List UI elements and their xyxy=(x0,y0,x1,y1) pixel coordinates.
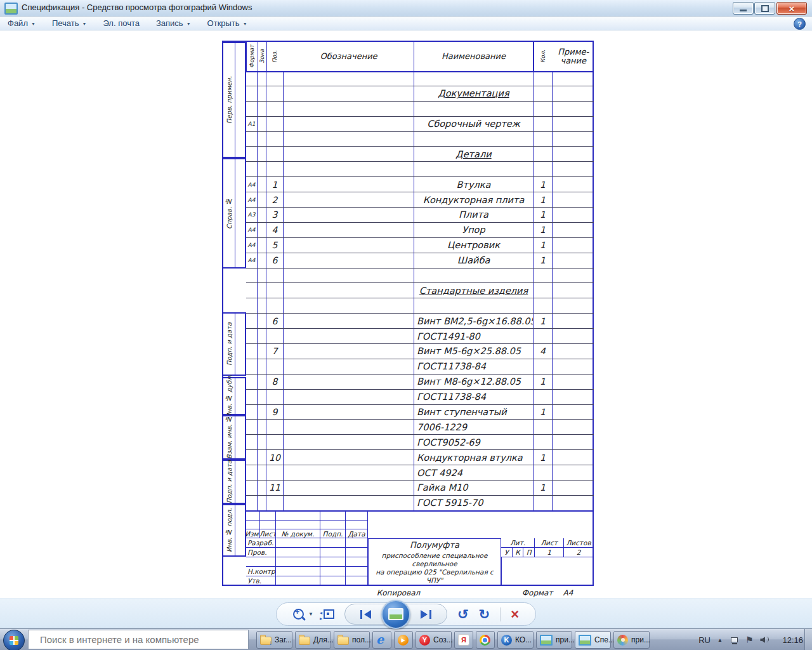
table-row: ОСТ 4924 xyxy=(246,465,594,481)
cell-pos: 5 xyxy=(266,238,284,253)
previous-button[interactable] xyxy=(351,610,380,619)
photo-viewer-icon xyxy=(579,635,591,646)
cell-note xyxy=(553,208,594,222)
cell-qty xyxy=(534,147,553,161)
cell-zone xyxy=(258,238,266,253)
cell-qty xyxy=(534,86,553,101)
title-block-cell xyxy=(246,557,276,567)
start-button[interactable] xyxy=(3,630,25,650)
cell-designation xyxy=(284,177,414,192)
cell-note xyxy=(553,435,594,449)
cell-pos xyxy=(266,496,284,510)
taskbar-button-при[interactable]: при... xyxy=(613,631,650,649)
cell-note xyxy=(553,420,594,434)
show-desktop-button[interactable] xyxy=(804,629,812,650)
next-button[interactable] xyxy=(412,610,440,619)
cell-name: Кондукторная втулка xyxy=(414,450,534,465)
cell-name xyxy=(414,162,534,176)
menu-item-2[interactable]: Эл. почта xyxy=(103,18,140,28)
slideshow-button[interactable] xyxy=(381,600,410,629)
cell-designation xyxy=(284,269,414,283)
cell-name xyxy=(414,298,534,313)
taskbar-button-internet-explorer[interactable] xyxy=(372,631,391,649)
lit-cell: У xyxy=(501,548,513,557)
cell-pos xyxy=(266,117,284,131)
lit-cell: П xyxy=(523,548,535,557)
taskbar-button-пол[interactable]: пол... xyxy=(334,631,370,649)
table-row xyxy=(246,162,594,177)
taskbar: Поиск в интернете и на компьютере Заг...… xyxy=(0,628,812,650)
table-row xyxy=(246,132,594,147)
column-header: Кол. xyxy=(534,42,553,71)
taskbar-button-label: Заг... xyxy=(275,635,292,644)
cell-pos xyxy=(266,71,284,86)
menubar: Файл▼Печать▼Эл. почтаЗапись▼Открыть▼ xyxy=(0,17,812,30)
cell-note xyxy=(553,465,594,480)
menu-item-0[interactable]: Файл▼ xyxy=(8,18,36,28)
taskbar-button-КО[interactable]: КО... xyxy=(497,631,534,649)
cell-qty xyxy=(534,359,553,374)
menu-item-4[interactable]: Открыть▼ xyxy=(207,18,247,28)
cell-note xyxy=(553,405,594,420)
title-block-cell xyxy=(346,521,368,529)
taskbar-button-label: КО... xyxy=(515,635,532,644)
title-block-cell xyxy=(320,557,346,567)
taskbar-button-Соз[interactable]: Соз... xyxy=(416,631,452,649)
language-indicator[interactable]: RU xyxy=(698,635,710,645)
clock[interactable]: 12:16 xyxy=(782,635,803,645)
cell-name: Винт ступенчатый xyxy=(414,405,534,420)
cell-qty xyxy=(534,420,553,434)
help-icon[interactable]: ? xyxy=(794,18,806,30)
menu-item-3[interactable]: Запись▼ xyxy=(156,18,191,28)
restore-button[interactable] xyxy=(754,2,775,15)
menu-item-1[interactable]: Печать▼ xyxy=(52,18,87,28)
taskbar-button-media-player[interactable] xyxy=(394,631,413,649)
title-block-cell xyxy=(276,576,320,586)
cell-format xyxy=(246,132,258,147)
cell-name: Детали xyxy=(414,147,534,161)
zoom-button[interactable]: ▼ xyxy=(293,609,313,620)
cell-designation xyxy=(284,223,414,237)
taskbar-button-chrome[interactable] xyxy=(476,631,495,649)
delete-button[interactable]: × xyxy=(511,608,519,621)
rotate-counterclockwise-button[interactable]: ↺ xyxy=(457,608,469,621)
taskbar-button-Спе[interactable]: Спе... xyxy=(575,631,611,649)
viewer-toolbar: ▼ ↺ ↻ × xyxy=(276,602,536,626)
title-block-cell xyxy=(246,521,260,529)
cell-format xyxy=(246,314,258,328)
title-block-cell: Лист xyxy=(260,529,276,538)
cell-zone xyxy=(258,405,266,420)
volume-icon[interactable] xyxy=(760,636,769,644)
cell-format xyxy=(246,375,258,389)
cell-designation xyxy=(284,465,414,480)
title-block-cell: Пров. xyxy=(246,548,276,557)
table-row: Документация xyxy=(246,86,594,102)
cell-pos: 4 xyxy=(266,223,284,237)
taskbar-button-при[interactable]: при... xyxy=(536,631,572,649)
cell-note xyxy=(553,238,594,253)
table-row: ГОСТ 5915-70 xyxy=(246,496,594,510)
cell-format xyxy=(246,298,258,313)
margin-label: Инв. № дубл. xyxy=(223,378,235,414)
cell-format xyxy=(246,329,258,343)
show-hidden-icons-arrow[interactable]: ▲ xyxy=(717,637,723,643)
taskbar-button-Для[interactable]: Для... xyxy=(295,631,331,649)
cell-format xyxy=(246,283,258,298)
minimize-button[interactable] xyxy=(733,2,754,15)
cell-designation xyxy=(284,253,414,268)
cell-designation xyxy=(284,283,414,298)
taskbar-button-Заг[interactable]: Заг... xyxy=(256,631,292,649)
lit-cell: К xyxy=(513,548,524,557)
taskbar-search[interactable]: Поиск в интернете и на компьютере xyxy=(28,630,249,649)
table-row xyxy=(246,298,594,314)
cell-pos xyxy=(266,147,284,161)
network-icon[interactable] xyxy=(730,637,738,644)
taskbar-button-yandex[interactable] xyxy=(454,631,473,649)
cell-format xyxy=(246,435,258,449)
close-button[interactable]: × xyxy=(776,2,807,15)
action-center-flag-icon[interactable]: ⚑ xyxy=(745,635,754,644)
cell-format: А4 xyxy=(246,177,258,192)
table-row: А44Упор1 xyxy=(246,223,594,238)
fit-to-window-button[interactable] xyxy=(324,609,334,619)
rotate-clockwise-button[interactable]: ↻ xyxy=(479,608,490,621)
